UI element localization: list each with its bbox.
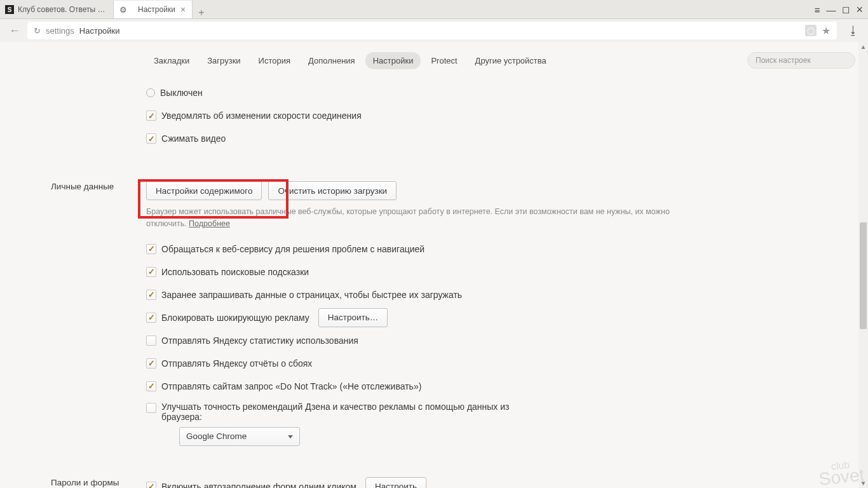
reload-icon[interactable]: ↻ [34,26,41,36]
autofill-checkbox[interactable] [146,482,156,489]
page-scrollbar[interactable]: ▲ ▼ [858,42,868,488]
usage-stats-checkbox[interactable] [146,336,156,346]
compress-video-checkbox[interactable] [146,133,156,144]
usage-stats-label: Отправлять Яндексу статистику использова… [161,336,358,346]
maximize-icon[interactable]: ◻ [842,4,850,15]
scroll-thumb[interactable] [860,222,867,329]
passwords-section: Пароли и формы Включить автозаполнение ф… [0,473,868,489]
turbo-off-label: Выключен [160,88,203,98]
menu-icon[interactable]: ≡ [815,4,820,15]
shield-icon[interactable]: ◯ [805,25,817,36]
prefetch-checkbox[interactable] [146,290,156,300]
dnt-label: Отправлять сайтам запрос «Do Not Track» … [161,381,421,391]
tab-settings[interactable]: Настройки [365,52,421,69]
dnt-checkbox[interactable] [146,381,156,391]
turbo-off-radio[interactable] [146,88,155,97]
search-suggest-label: Использовать поисковые подсказки [161,267,309,277]
tab-downloads[interactable]: Загрузки [200,52,248,69]
browser-tab-active[interactable]: ⚙ Настройки × [114,1,193,18]
learn-more-link[interactable]: Подробнее [189,219,230,228]
tab-title: Настройки [138,5,175,14]
settings-tabs: Закладки Загрузки История Дополнения Нас… [0,42,868,79]
personal-desc: Браузер может использовать различные веб… [146,206,699,230]
scroll-track[interactable] [858,51,868,478]
zen-accuracy-label: Улучшать точность рекомендаций Дзена и к… [161,402,517,422]
nav-webservice-label: Обращаться к веб-сервису для решения про… [161,244,424,254]
prefetch-label: Заранее запрашивать данные о страницах, … [161,290,462,300]
back-button[interactable]: ← [6,22,23,39]
close-window-icon[interactable]: × [856,3,863,17]
minimize-icon[interactable]: — [826,4,836,15]
browser-toolbar: ← ↻ settings Настройки ◯ ★ ⭳ [0,19,868,42]
autofill-configure-button[interactable]: Настроить [365,477,426,489]
tab-addons[interactable]: Дополнения [301,52,363,69]
tab-title: Клуб советов. Ответы на вс [18,5,107,14]
close-icon[interactable]: × [180,5,186,14]
nav-webservice-checkbox[interactable] [146,244,156,254]
notify-speed-checkbox[interactable] [146,111,156,121]
zen-accuracy-checkbox[interactable] [146,403,156,413]
clear-history-button[interactable]: Очистить историю загрузки [268,181,397,200]
address-bar[interactable]: ↻ settings Настройки ◯ ★ [27,21,837,40]
block-ads-configure-button[interactable]: Настроить… [318,308,388,327]
url-prefix: settings [46,26,74,36]
gear-icon: ⚙ [119,5,128,14]
new-tab-button[interactable]: + [193,7,210,18]
settings-search-input[interactable]: Поиск настроек [747,52,855,69]
url-title: Настройки [79,26,120,36]
browser-tab-bar: S Клуб советов. Ответы на вс ⚙ Настройки… [0,0,868,19]
tab-history[interactable]: История [251,52,298,69]
turbo-section-tail: Выключен Уведомлять об изменении скорост… [0,79,868,150]
settings-page: Закладки Загрузки История Дополнения Нас… [0,42,868,488]
block-ads-checkbox[interactable] [146,313,156,323]
tab-protect[interactable]: Protect [423,52,465,69]
browser-select-value: Google Chrome [186,431,247,441]
tab-devices[interactable]: Другие устройства [468,52,554,69]
passwords-section-title: Пароли и формы [51,475,146,489]
search-suggest-checkbox[interactable] [146,267,156,277]
downloads-icon[interactable]: ⭳ [845,24,862,37]
tab-favicon: S [5,5,14,14]
personal-section-title: Личные данные [51,179,146,446]
window-controls: ≡ — ◻ × [810,0,868,19]
block-ads-label: Блокировать шокирующую рекламу [161,313,309,323]
crash-reports-checkbox[interactable] [146,358,156,369]
search-placeholder: Поиск настроек [756,56,811,65]
scroll-up-arrow[interactable]: ▲ [858,42,868,51]
crash-reports-label: Отправлять Яндексу отчёты о сбоях [161,358,312,369]
tab-bookmarks[interactable]: Закладки [146,52,197,69]
autofill-label: Включить автозаполнение форм одним клико… [161,482,356,489]
compress-video-label: Сжимать видео [161,133,226,144]
browser-tab[interactable]: S Клуб советов. Ответы на вс [0,1,114,18]
personal-section: Личные данные Настройки содержимого Очис… [0,177,868,446]
bookmark-star-icon[interactable]: ★ [822,25,831,37]
scroll-down-arrow[interactable]: ▼ [858,478,868,488]
notify-speed-label: Уведомлять об изменении скорости соедине… [161,111,362,121]
browser-select[interactable]: Google Chrome [179,427,300,446]
content-settings-button[interactable]: Настройки содержимого [146,181,262,200]
